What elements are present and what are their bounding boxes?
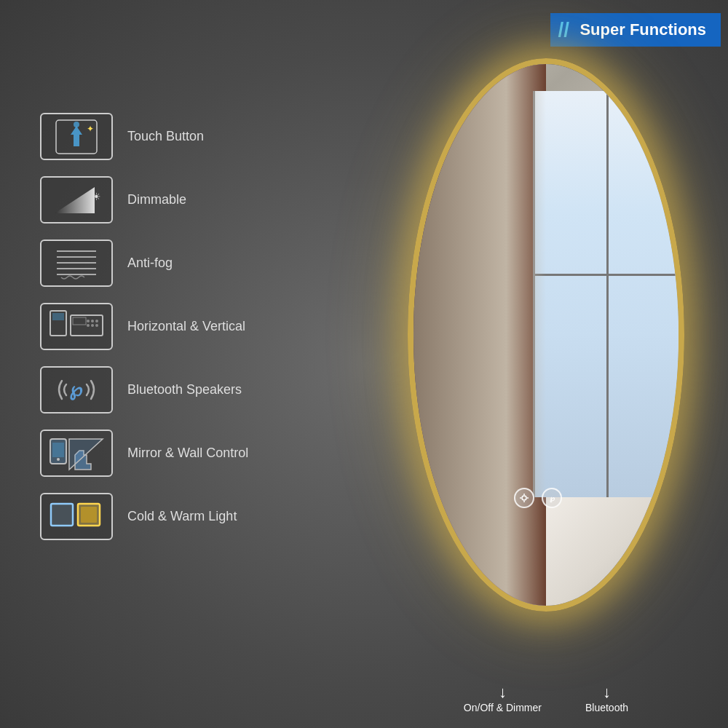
mirror-bluetooth-button[interactable]: ℘ bbox=[542, 488, 562, 508]
orientation-icon-box bbox=[40, 303, 113, 350]
svg-rect-27 bbox=[81, 507, 97, 523]
feature-antifog: Anti-fog bbox=[40, 240, 248, 287]
feature-dimmable: ☀ Dimmable bbox=[40, 176, 248, 223]
touch-button-label: Touch Button bbox=[127, 129, 204, 144]
room-wall bbox=[414, 64, 678, 606]
svg-rect-11 bbox=[52, 313, 64, 320]
svg-marker-3 bbox=[55, 187, 95, 213]
badge-title: Super Functions bbox=[579, 20, 706, 39]
orientation-icon bbox=[47, 306, 106, 347]
svg-point-28 bbox=[522, 496, 526, 500]
svg-point-19 bbox=[95, 324, 98, 327]
svg-text:☀: ☀ bbox=[92, 191, 101, 202]
wallcontrol-icon bbox=[47, 433, 106, 473]
bluetooth-icon-box: ℘ bbox=[40, 366, 113, 414]
mirror-reflection: ℘ bbox=[414, 64, 678, 606]
wallcontrol-label: Mirror & Wall Control bbox=[127, 446, 248, 461]
feature-bluetooth: ℘ Bluetooth Speakers bbox=[40, 366, 248, 414]
super-functions-badge: Super Functions bbox=[550, 13, 721, 47]
light-icon bbox=[47, 496, 106, 537]
dimmer-arrow: ↓ bbox=[499, 683, 507, 702]
bluetooth-label: Bluetooth Speakers bbox=[127, 382, 242, 397]
svg-text:✦: ✦ bbox=[87, 124, 94, 134]
svg-rect-25 bbox=[51, 504, 73, 526]
svg-rect-13 bbox=[73, 317, 86, 325]
annotation-dimmer: ↓ On/Off & Dimmer bbox=[464, 683, 542, 713]
feature-touch-button: ✦ Touch Button bbox=[40, 113, 248, 160]
mirror-annotations: ↓ On/Off & Dimmer ↓ Bluetooth bbox=[408, 683, 684, 713]
dimmer-icon bbox=[519, 493, 529, 503]
bluetooth-annotation-label: Bluetooth bbox=[585, 702, 628, 713]
annotation-bluetooth: ↓ Bluetooth bbox=[585, 683, 628, 713]
wallcontrol-icon-box bbox=[40, 430, 113, 477]
dimmable-icon-box: ☀ bbox=[40, 176, 113, 223]
mirror-dimmer-button[interactable] bbox=[514, 488, 534, 508]
svg-point-1 bbox=[74, 122, 79, 127]
feature-orientation: Horizontal & Vertical bbox=[40, 303, 248, 350]
light-label: Cold & Warm Light bbox=[127, 509, 237, 524]
antifog-label: Anti-fog bbox=[127, 256, 173, 271]
light-icon-box bbox=[40, 493, 113, 540]
bluetooth-arrow: ↓ bbox=[603, 683, 611, 702]
touch-icon: ✦ bbox=[55, 119, 98, 155]
feature-wall-control: Mirror & Wall Control bbox=[40, 430, 248, 477]
svg-point-17 bbox=[91, 324, 94, 327]
svg-point-23 bbox=[57, 458, 60, 461]
antifog-icon-box bbox=[40, 240, 113, 287]
bluetooth-speaker-icon: ℘ bbox=[47, 370, 106, 410]
dimmable-label: Dimmable bbox=[127, 192, 186, 207]
svg-rect-22 bbox=[52, 443, 64, 457]
mirror-container: ℘ bbox=[408, 58, 684, 612]
mirror-controls: ℘ bbox=[514, 488, 562, 508]
feature-light: Cold & Warm Light bbox=[40, 493, 248, 540]
antifog-icon bbox=[51, 245, 102, 282]
touch-button-icon-box: ✦ bbox=[40, 113, 113, 160]
dimmable-icon: ☀ bbox=[51, 186, 102, 215]
svg-point-16 bbox=[87, 324, 90, 327]
dimmer-annotation-label: On/Off & Dimmer bbox=[464, 702, 542, 713]
svg-point-15 bbox=[91, 320, 94, 323]
mirror-oval: ℘ bbox=[408, 58, 684, 612]
bt-symbol: ℘ bbox=[550, 494, 555, 502]
svg-point-18 bbox=[95, 320, 98, 323]
features-list: ✦ Touch Button ☀ Dimmable bbox=[40, 113, 248, 540]
svg-point-14 bbox=[87, 320, 90, 323]
orientation-label: Horizontal & Vertical bbox=[127, 319, 245, 334]
svg-text:℘: ℘ bbox=[69, 379, 83, 400]
